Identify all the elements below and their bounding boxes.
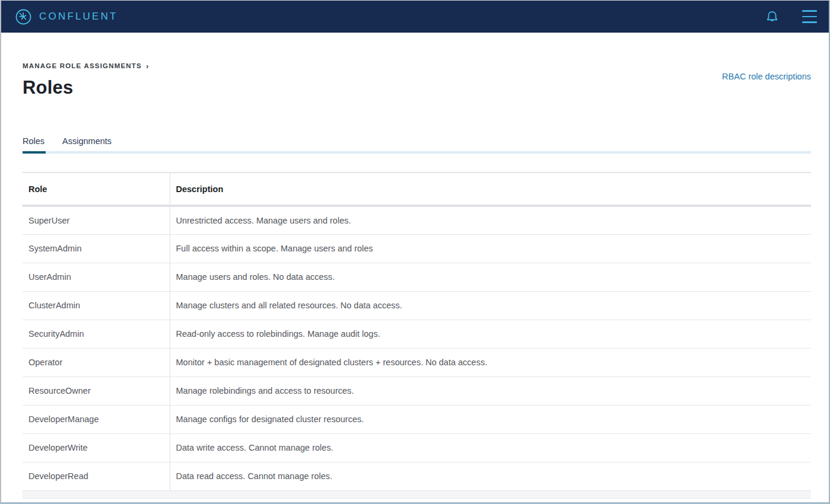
tab-roles[interactable]: Roles [23, 136, 44, 154]
role-cell: ResourceOwner [23, 377, 170, 405]
description-cell: Manage rolebindings and access to resour… [170, 377, 811, 405]
role-cell: SecurityAdmin [23, 320, 170, 348]
table-row: UserAdmin Manage users and roles. No dat… [23, 263, 811, 291]
description-cell: Manage configs for designated cluster re… [170, 405, 811, 433]
table-body: SuperUser Unrestricted access. Manage us… [23, 206, 811, 490]
table-row: SystemAdmin Full access within a scope. … [23, 234, 811, 263]
table-row: Operator Monitor + basic management of d… [23, 348, 811, 377]
confluent-spark-logo-icon [15, 9, 31, 25]
tab-bar: Roles Assignments [23, 136, 811, 154]
navbar-actions [766, 10, 818, 24]
table-row: DeveloperManage Manage configs for desig… [23, 405, 811, 433]
description-cell: Full access within a scope. Manage users… [170, 234, 811, 263]
description-cell: Monitor + basic management of designated… [170, 348, 811, 377]
main-content: MANAGE ROLE ASSIGNMENTS › Roles RBAC rol… [1, 60, 829, 499]
description-cell: Manage clusters and all related resource… [170, 291, 811, 320]
description-cell: Read-only access to rolebindings. Manage… [170, 320, 811, 348]
table-row: SuperUser Unrestricted access. Manage us… [23, 206, 811, 234]
role-cell: DeveloperManage [23, 405, 170, 433]
table-row: DeveloperRead Data read access. Cannot m… [23, 462, 811, 490]
role-cell: ClusterAdmin [23, 291, 170, 320]
table-row: ClusterAdmin Manage clusters and all rel… [23, 291, 811, 320]
brand-wordmark: CONFLUENT [39, 11, 118, 23]
roles-table-container: Role Description SuperUser Unrestricted … [23, 172, 811, 499]
table-footer-strip [23, 491, 811, 499]
description-cell: Data write access. Cannot manage roles. [170, 433, 811, 462]
table-header-row: Role Description [23, 173, 811, 206]
role-cell: DeveloperWrite [23, 433, 170, 462]
role-cell: Operator [23, 348, 170, 377]
role-cell: DeveloperRead [23, 462, 170, 490]
role-cell: UserAdmin [23, 263, 170, 291]
roles-table: Role Description SuperUser Unrestricted … [23, 172, 811, 491]
table-row: SecurityAdmin Read-only access to rolebi… [23, 320, 811, 348]
table-row: ResourceOwner Manage rolebindings and ac… [23, 377, 811, 405]
column-header-description: Description [170, 173, 811, 206]
column-header-role: Role [23, 173, 170, 206]
breadcrumb-label: MANAGE ROLE ASSIGNMENTS [23, 62, 142, 69]
chevron-right-icon: › [146, 62, 150, 71]
description-cell: Unrestricted access. Manage users and ro… [170, 206, 811, 234]
breadcrumb[interactable]: MANAGE ROLE ASSIGNMENTS › [23, 62, 150, 71]
table-row: DeveloperWrite Data write access. Cannot… [23, 433, 811, 462]
app-window: CONFLUENT MANAGE ROLE ASSIGNMENTS › Role… [0, 0, 830, 504]
tab-track [23, 151, 811, 154]
description-cell: Manage users and roles. No data access. [170, 263, 811, 291]
page-header: MANAGE ROLE ASSIGNMENTS › Roles RBAC rol… [23, 60, 811, 98]
rbac-role-descriptions-link[interactable]: RBAC role descriptions [722, 72, 811, 81]
page-title: Roles [23, 77, 811, 98]
hamburger-menu-icon[interactable] [802, 10, 817, 23]
confluent-brand[interactable]: CONFLUENT [15, 9, 118, 25]
role-cell: SystemAdmin [23, 234, 170, 263]
role-cell: SuperUser [23, 206, 170, 234]
description-cell: Data read access. Cannot manage roles. [170, 462, 811, 490]
bell-icon[interactable] [766, 10, 778, 24]
top-navbar: CONFLUENT [1, 1, 829, 33]
